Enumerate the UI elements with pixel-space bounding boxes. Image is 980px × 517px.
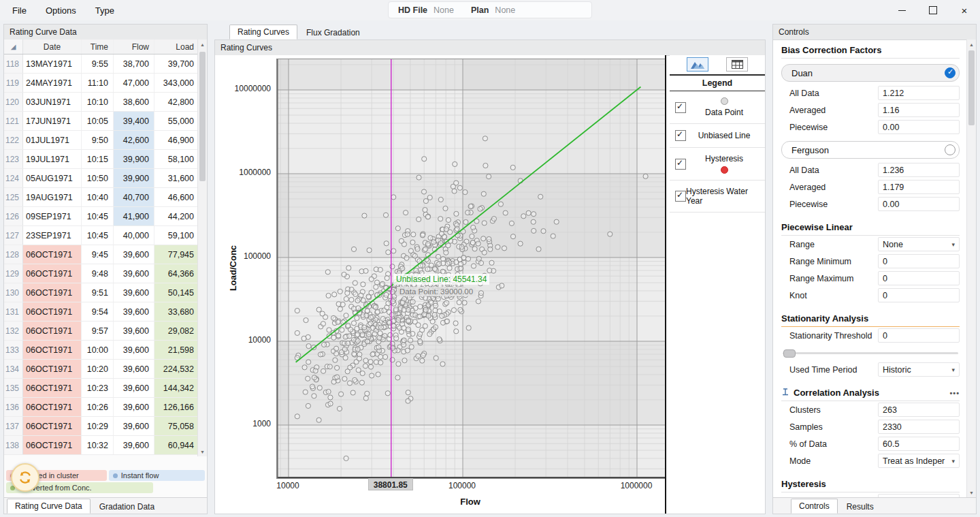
piecewise-input[interactable]: 0.00 [878, 197, 960, 211]
all-data-input[interactable]: 1.212 [878, 86, 960, 100]
cell-load[interactable]: 58,100 [154, 150, 199, 168]
row-number[interactable]: 130 [4, 283, 23, 302]
row-number[interactable]: 118 [4, 54, 23, 73]
cell-flow[interactable]: 39,600 [114, 264, 154, 283]
cell-load[interactable]: 144,342 [154, 379, 199, 397]
scroll-up-icon[interactable]: ▲ [967, 40, 976, 49]
column-header-time[interactable]: Time [82, 40, 114, 54]
row-number[interactable]: 138 [4, 436, 23, 454]
cell-date[interactable]: 06OCT1971 [23, 360, 82, 378]
menu-file[interactable]: File [5, 3, 33, 18]
row-number[interactable]: 124 [4, 169, 23, 187]
cell-date[interactable]: 01JUL1971 [23, 131, 82, 149]
slider-handle[interactable] [783, 349, 796, 358]
refresh-button[interactable] [11, 463, 39, 492]
checkbox[interactable] [675, 159, 686, 170]
cell-flow[interactable]: 39,600 [114, 322, 154, 340]
scrollbar-thumb[interactable] [968, 50, 975, 125]
row-number[interactable]: 133 [4, 341, 23, 359]
cell-flow[interactable]: 40,700 [114, 188, 154, 206]
cell-load[interactable]: 42,800 [154, 93, 199, 111]
cell-load[interactable]: 55,000 [154, 112, 199, 130]
samples-input[interactable]: 2330 [878, 420, 960, 434]
cell-load[interactable]: 44,200 [154, 207, 199, 225]
tab-controls[interactable]: Controls [791, 499, 838, 514]
row-number[interactable]: 135 [4, 379, 23, 397]
averaged-input[interactable]: 1.16 [878, 103, 960, 117]
range-minimum-input[interactable]: 0 [878, 254, 960, 268]
cell-time[interactable]: 11:10 [82, 74, 114, 92]
row-number[interactable]: 131 [4, 302, 23, 321]
cell-flow[interactable]: 39,600 [114, 360, 154, 378]
cell-time[interactable]: 9:51 [82, 283, 114, 302]
checkbox[interactable] [675, 130, 686, 141]
row-number[interactable]: 125 [4, 188, 23, 206]
row-number[interactable]: 120 [4, 93, 23, 111]
scroll-up-icon[interactable]: ▲ [198, 40, 207, 49]
cell-load[interactable]: 39,700 [154, 54, 199, 73]
cell-time[interactable]: 10:32 [82, 436, 114, 454]
cell-date[interactable]: 09SEP1971 [23, 207, 82, 225]
cell-flow[interactable]: 47,000 [114, 74, 154, 92]
cell-date[interactable]: 06OCT1971 [23, 264, 82, 283]
cell-load[interactable]: 343,000 [154, 74, 199, 92]
tab-rating-curves[interactable]: Rating Curves [229, 25, 297, 40]
scatter-plot[interactable] [276, 59, 666, 479]
cell-flow[interactable]: 39,600 [114, 341, 154, 359]
panel-splitter[interactable] [665, 55, 666, 514]
averaged-input[interactable]: 1.179 [878, 180, 960, 194]
cell-load[interactable]: 59,100 [154, 226, 199, 245]
controls-scrollbar[interactable]: ▲ ▼ [966, 40, 976, 497]
cell-load[interactable]: 50,145 [154, 283, 199, 302]
cell-flow[interactable]: 40,000 [114, 226, 154, 245]
cell-date[interactable]: 06OCT1971 [23, 379, 82, 397]
range-maximum-input[interactable]: 0 [878, 271, 960, 285]
cell-flow[interactable]: 39,900 [114, 150, 154, 168]
cell-date[interactable]: 06OCT1971 [23, 283, 82, 302]
method-option-ferguson[interactable]: Ferguson [781, 141, 960, 159]
row-number[interactable]: 137 [4, 417, 23, 435]
row-number[interactable]: 122 [4, 131, 23, 149]
row-number[interactable]: 119 [4, 74, 23, 92]
cell-load[interactable]: 77,945 [154, 245, 199, 264]
cell-time[interactable]: 9:50 [82, 131, 114, 149]
scrollbar-thumb[interactable] [199, 52, 206, 181]
cell-flow[interactable]: 39,600 [114, 398, 154, 416]
cell-load[interactable]: 21,598 [154, 341, 199, 359]
stationarity-threshold-input[interactable]: 0 [878, 328, 960, 343]
more-options-button[interactable]: ••• [949, 389, 960, 397]
cell-time[interactable]: 10:45 [82, 207, 114, 225]
cell-date[interactable]: 19JUL1971 [23, 150, 82, 168]
cell-flow[interactable]: 39,600 [114, 245, 154, 264]
radio-button[interactable] [945, 144, 956, 155]
row-number[interactable]: 128 [4, 245, 23, 264]
cell-flow[interactable]: 38,700 [114, 54, 154, 73]
row-number[interactable]: 127 [4, 226, 23, 245]
cell-load[interactable]: 64,366 [154, 264, 199, 283]
cell-time[interactable]: 9:57 [82, 322, 114, 340]
maximize-button[interactable] [917, 0, 949, 20]
cell-date[interactable]: 06OCT1971 [23, 398, 82, 416]
table-view-button[interactable] [726, 57, 748, 72]
cell-time[interactable]: 10:26 [82, 398, 114, 416]
cell-date[interactable]: 23SEP1971 [23, 226, 82, 245]
stationarity-slider[interactable] [783, 349, 958, 357]
cell-load[interactable]: 75,058 [154, 417, 199, 435]
cell-time[interactable]: 9:48 [82, 264, 114, 283]
minimize-button[interactable] [886, 0, 917, 20]
row-number[interactable]: 121 [4, 112, 23, 130]
cell-date[interactable]: 13MAY1971 [23, 54, 82, 73]
cell-load[interactable]: 33,680 [154, 302, 199, 321]
cell-time[interactable]: 10:23 [82, 379, 114, 397]
cell-date[interactable]: 24MAY1971 [23, 74, 82, 92]
row-number[interactable]: 129 [4, 264, 23, 283]
cell-load[interactable]: 29,082 [154, 322, 199, 340]
cell-date[interactable]: 17JUN1971 [23, 112, 82, 130]
checkbox[interactable] [675, 191, 686, 202]
scroll-down-icon[interactable]: ▼ [967, 488, 976, 497]
method-option-duan[interactable]: Duan [781, 64, 960, 82]
cell-time[interactable]: 10:40 [82, 188, 114, 206]
all-data-input[interactable]: 1.236 [878, 163, 960, 177]
menu-type[interactable]: Type [88, 3, 121, 18]
column-header-flow[interactable]: Flow [114, 40, 154, 54]
